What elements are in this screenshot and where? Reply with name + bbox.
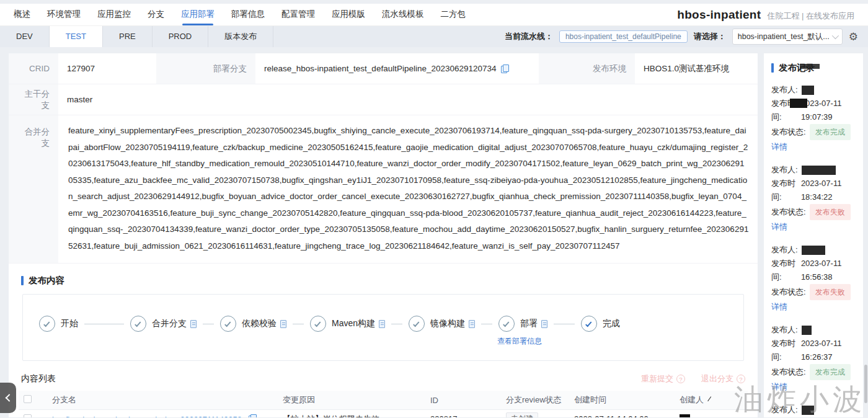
publisher-redaction: [802, 86, 814, 95]
step-log-icon[interactable]: [469, 320, 475, 328]
env-tab[interactable]: 版本发布: [208, 26, 273, 47]
publisher-line: 发布人:: [771, 323, 857, 337]
release-record-entry: 发布人: 发布时间:2023-07-11 15:54:41 发布状态: 发布完成…: [771, 403, 857, 417]
release-record-sidebar: 发布记录 发布人: 发布时间:2023-07-11 19:07:39 发布状态:…: [764, 53, 863, 417]
step-connector: [203, 324, 214, 324]
nav-item[interactable]: 环境管理: [47, 4, 81, 26]
nav-item[interactable]: 应用模版: [332, 4, 365, 26]
copy-icon[interactable]: [501, 64, 508, 73]
nav-item[interactable]: 分支: [148, 4, 164, 26]
creator-redaction: [680, 414, 690, 417]
publisher-label: 发布人:: [771, 163, 798, 177]
exit-branch-button[interactable]: 退出分支 ?: [701, 373, 745, 385]
pipeline-controls: 当前流水线： hbos-inpatient_test_defaultPipeli…: [505, 26, 868, 47]
app-title-area: hbos-inpatient 住院工程 | 在线发布应用: [677, 8, 854, 22]
publisher-label: 发布人:: [771, 83, 798, 97]
pipeline-step: Maven构建: [286, 316, 385, 332]
pipeline-select-label: 请选择：: [694, 31, 726, 42]
nav-item[interactable]: 二方包: [441, 4, 466, 26]
step-log-icon[interactable]: [541, 320, 547, 328]
environment-tabbar: DEV TEST PRE PROD 版本发布 当前流水线： hbos-inpat…: [0, 26, 868, 47]
status-label: 发布状态:: [771, 205, 806, 219]
nav-item[interactable]: 概述: [14, 4, 30, 26]
release-status-badge: 发布失败: [810, 204, 851, 220]
resubmit-button[interactable]: 重新提交 ?: [641, 373, 685, 385]
detail-link[interactable]: 详情: [771, 380, 787, 394]
publisher-line: 发布人:: [771, 403, 857, 417]
content-list-title: 内容列表: [21, 373, 56, 385]
table-row: bugfix_qianhua_check_premission_20230711…: [19, 410, 748, 418]
release-status-badge: 发布完成: [810, 364, 851, 380]
time-line: 发布时间:2023-07-11 19:07:39: [771, 97, 857, 124]
detail-link[interactable]: 详情: [771, 220, 787, 234]
time-label: 发布时间:: [771, 177, 797, 204]
gear-icon[interactable]: ⚙: [849, 32, 858, 42]
review-status-badge: 未创建: [506, 412, 538, 417]
redaction-mark: [800, 64, 820, 69]
env-tab[interactable]: TEST: [50, 26, 103, 47]
step-label: 合并分支: [152, 318, 187, 329]
chevron-down-icon: [832, 32, 839, 39]
col-review: 分支review状态: [501, 391, 569, 410]
step-log-icon[interactable]: [379, 320, 385, 328]
publisher-line: 发布人:: [771, 83, 857, 97]
release-record-entry: 发布人: 发布时间:2023-07-11 16:56:38 发布状态: 发布失败…: [771, 243, 857, 314]
env-tab[interactable]: DEV: [0, 26, 50, 47]
pipeline-select-value: hbos-inpatient_test_默认...: [738, 32, 832, 42]
publisher-redaction: [802, 246, 825, 255]
row-checkbox[interactable]: [24, 414, 32, 418]
env-tab[interactable]: PRE: [103, 26, 153, 47]
nav-item[interactable]: 流水线模板: [382, 4, 424, 26]
pipeline-steps: 开始 合并分支: [22, 294, 744, 361]
copy-icon[interactable]: [249, 414, 255, 418]
detail-link[interactable]: 详情: [771, 300, 787, 314]
nav-item[interactable]: 应用部署: [181, 4, 215, 26]
col-branch: 分支名: [47, 391, 278, 410]
step-check-icon: [130, 316, 146, 332]
step-log-icon[interactable]: [190, 320, 197, 328]
col-created: 创建时间: [569, 391, 675, 410]
publisher-line: 发布人:: [771, 243, 857, 257]
content-list-header: 内容列表 重新提交 ? 退出分支 ?: [21, 373, 745, 385]
scrollbar[interactable]: [864, 365, 867, 403]
step-log-icon[interactable]: [280, 320, 286, 328]
deploy-branch-text: release_hbos-inpatient_test_defaultPipel…: [264, 64, 497, 73]
release-record-header: 发布记录: [771, 62, 857, 74]
publisher-redaction: [802, 406, 814, 415]
step-connector: [391, 324, 402, 324]
col-creator: 创建人: [675, 391, 748, 410]
view-deploy-info-link[interactable]: 查看部署信息: [497, 336, 542, 347]
time-line: 发布时间:2023-07-11 18:34:22: [771, 177, 857, 204]
release-time: 2023-07-11 18:34:22: [801, 177, 857, 204]
section-accent-bar: [21, 276, 24, 285]
status-line: 发布状态: 发布失败: [771, 204, 857, 220]
pipeline-select[interactable]: hbos-inpatient_test_默认...: [732, 29, 843, 45]
status-label: 发布状态:: [771, 285, 806, 299]
select-all-checkbox[interactable]: [24, 395, 32, 403]
branch-link[interactable]: bugfix_qianhua_check_premission_20230711…: [52, 415, 242, 418]
step-check-icon: [220, 316, 236, 332]
step-check-icon: [39, 316, 55, 332]
release-record-entry: 发布人: 发布时间:2023-07-11 16:26:37 发布状态: 发布完成…: [771, 323, 857, 394]
detail-link[interactable]: 详情: [771, 140, 787, 154]
pipeline-step: 开始: [39, 316, 78, 332]
sidebar-collapse-handle[interactable]: [0, 383, 16, 413]
time-line: 发布时间:2023-07-11 16:26:37: [771, 337, 857, 364]
nav-item[interactable]: 配置管理: [281, 4, 315, 26]
time-label: 发布时间:: [771, 337, 797, 364]
col-id: ID: [425, 391, 501, 410]
step-check-icon: [498, 316, 515, 332]
release-time: 2023-07-11 15:54:41: [801, 417, 857, 417]
release-time: 2023-07-11 19:07:39: [801, 97, 857, 124]
deploy-branch-value: release_hbos-inpatient_test_defaultPipel…: [255, 53, 539, 84]
step-label: 依赖校验: [242, 318, 277, 329]
nav-item[interactable]: 部署信息: [231, 4, 265, 26]
pipeline-step: 完成: [547, 316, 620, 332]
nav-item[interactable]: 应用监控: [97, 4, 131, 26]
env-tab[interactable]: PROD: [153, 26, 209, 47]
deployment-info-grid: CRID 127907 部署分支 release_hbos-inpatient_…: [9, 53, 758, 264]
publisher-label: 发布人:: [771, 243, 798, 257]
publisher-label: 发布人:: [771, 403, 798, 417]
crid-value: 127907: [58, 53, 156, 84]
status-line: 发布状态: 发布完成: [771, 364, 857, 380]
